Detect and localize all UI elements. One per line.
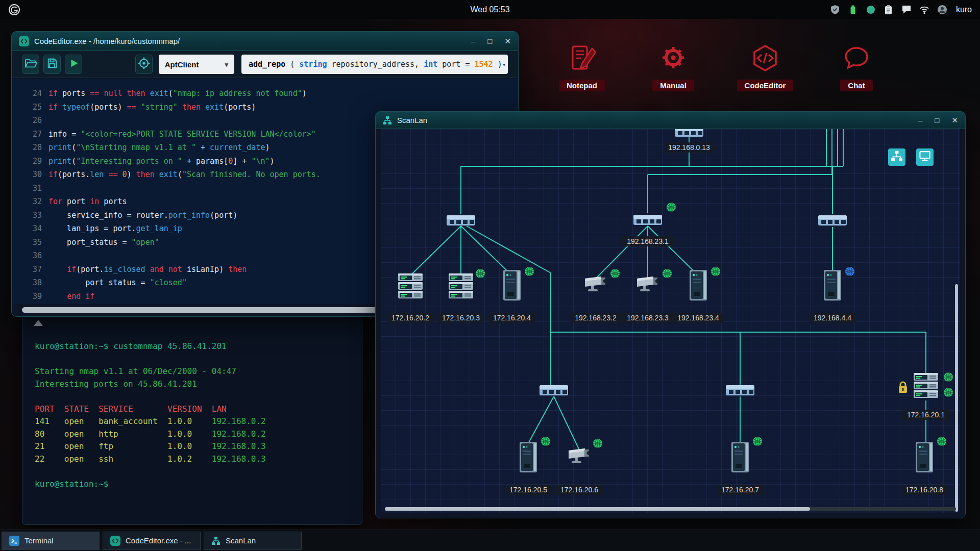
- terminal-line: Interesting ports on 45.86.41.201: [35, 378, 358, 391]
- floppy-disk-icon: [46, 58, 58, 71]
- manual-icon: [655, 69, 692, 78]
- connect-target-button[interactable]: [135, 55, 153, 74]
- chat-bubble-icon: [838, 69, 875, 78]
- code-editor-titlebar[interactable]: CodeEditor.exe - /home/kuro/customnmap/ …: [12, 32, 518, 51]
- code-editor-icon: [110, 536, 120, 546]
- clipboard-icon[interactable]: [884, 5, 894, 15]
- device-ip-label: 192.168.0.13: [664, 142, 715, 153]
- internet-globe-icon: [943, 387, 953, 397]
- run-button[interactable]: [65, 55, 82, 74]
- monitor-icon: [918, 149, 932, 165]
- scrollbar-thumb[interactable]: [22, 307, 377, 313]
- internet-globe-icon: [937, 436, 947, 446]
- vertical-scrollbar-thumb[interactable]: [955, 284, 958, 512]
- network-map[interactable]: 192.168.0.13192.168.23.1172.16.20.2172.1…: [381, 129, 960, 513]
- desktop-icon-notepad[interactable]: Notepad: [544, 44, 620, 91]
- internet-globe-icon: [524, 266, 534, 277]
- maximize-button[interactable]: □: [935, 116, 939, 125]
- switch-device-node[interactable]: [446, 214, 476, 229]
- terminal-line: kuro@station:~$: [35, 478, 358, 491]
- tower-device-node[interactable]: [730, 441, 750, 475]
- close-button[interactable]: ✕: [951, 116, 958, 125]
- desktop-icon-manual[interactable]: Manual: [635, 44, 712, 91]
- system-tray: kuro: [830, 5, 972, 15]
- terminal-line: PORTSTATESERVICEVERSIONLAN: [35, 403, 358, 416]
- desktop-icon-codeeditor[interactable]: CodeEditor: [727, 44, 803, 91]
- desktop-icon-label: Manual: [652, 80, 694, 91]
- terminal-line: [35, 390, 358, 403]
- save-button[interactable]: [43, 55, 61, 74]
- switch-device-node[interactable]: [818, 214, 847, 229]
- device-ip-label: 192.168.23.4: [673, 313, 724, 323]
- battery-icon[interactable]: [848, 5, 858, 15]
- desktop-icon-label: Chat: [840, 80, 872, 91]
- server-device-node[interactable]: [398, 273, 423, 302]
- autocomplete-hint[interactable]: add_repo ( string repository_address, in…: [241, 55, 508, 74]
- internet-globe-icon: [662, 268, 672, 279]
- terminal-output[interactable]: kuro@station:~$ customnmap 45.86.41.201 …: [35, 340, 358, 521]
- close-button[interactable]: ✕: [504, 37, 511, 46]
- user-avatar-icon[interactable]: [937, 5, 947, 15]
- os-logo-icon: [8, 4, 20, 16]
- internet-globe-icon: [845, 266, 855, 277]
- device-ip-label: 172.16.20.2: [387, 313, 434, 323]
- switch-device-node[interactable]: [633, 213, 663, 229]
- minimize-button[interactable]: –: [918, 116, 922, 125]
- maximize-button[interactable]: □: [487, 37, 492, 46]
- device-ip-label: 172.16.20.8: [901, 485, 948, 495]
- minimize-button[interactable]: –: [471, 37, 475, 46]
- library-dropdown[interactable]: AptClient ▾: [159, 55, 234, 74]
- internet-globe-icon: [593, 438, 603, 448]
- scroll-up-arrow[interactable]: [34, 320, 43, 326]
- camera-device-node[interactable]: [567, 447, 592, 467]
- terminal-icon: [9, 536, 19, 546]
- open-file-button[interactable]: [22, 55, 39, 74]
- taskbar-item-scanlan[interactable]: ScanLan: [204, 532, 302, 550]
- terminal-line: 80openhttp1.0.0192.168.0.2: [35, 428, 358, 441]
- chevron-down-icon: ▾: [502, 61, 506, 68]
- scanlan-window-icon: [383, 116, 392, 125]
- topology-view-button[interactable]: [888, 148, 905, 166]
- tower-device-node[interactable]: [502, 269, 522, 303]
- terminal-line: Starting nmap v1.1 at 06/Dec/2000 - 04:4…: [35, 365, 358, 378]
- camera-device-node[interactable]: [583, 276, 608, 295]
- code-editor-window-icon: [19, 36, 29, 46]
- camera-device-node[interactable]: [635, 276, 660, 295]
- internet-globe-icon: [710, 266, 721, 277]
- library-dropdown-value: AptClient: [165, 60, 199, 69]
- tower-device-node[interactable]: [822, 269, 843, 303]
- internet-globe-icon: [666, 202, 676, 212]
- device-ip-label: 172.16.20.5: [505, 485, 552, 495]
- terminal-line: 22openssh1.0.2192.168.0.3: [35, 453, 358, 466]
- server-device-node[interactable]: [449, 273, 473, 302]
- tower-device-node[interactable]: [914, 441, 935, 475]
- chat-icon[interactable]: [901, 5, 912, 15]
- switch-device-node[interactable]: [539, 384, 569, 399]
- switch-device-node[interactable]: [725, 384, 755, 399]
- tower-device-node[interactable]: [688, 269, 708, 303]
- device-ip-label: 172.16.20.4: [488, 313, 535, 323]
- device-ip-label: 172.16.20.7: [717, 485, 764, 495]
- horizontal-scrollbar-thumb[interactable]: [385, 507, 810, 511]
- wifi-icon[interactable]: [919, 5, 929, 15]
- desktop-icon-chat[interactable]: Chat: [818, 44, 895, 91]
- play-icon: [68, 58, 79, 71]
- status-indicator-icon[interactable]: [866, 5, 876, 15]
- terminal-line: [35, 465, 358, 478]
- switch-device-node[interactable]: [674, 129, 704, 140]
- tower-device-node[interactable]: [518, 441, 538, 475]
- shield-icon[interactable]: [830, 5, 840, 15]
- taskbar-item-terminal[interactable]: Terminal: [2, 532, 100, 550]
- taskbar-item-codeeditor[interactable]: CodeEditor.exe - ...: [103, 532, 201, 550]
- server-device-node[interactable]: [914, 373, 938, 402]
- scanlan-window: ScanLan – □ ✕ 192.168.0.13192.168.23.117…: [375, 111, 966, 518]
- scanlan-titlebar[interactable]: ScanLan – □ ✕: [376, 112, 965, 129]
- internet-globe-icon: [610, 268, 620, 279]
- terminal-window[interactable]: kuro@station:~$ customnmap 45.86.41.201 …: [22, 313, 362, 525]
- internet-globe-icon: [541, 436, 551, 446]
- remote-display-button[interactable]: [916, 148, 934, 166]
- device-ip-label: 172.16.20.1: [902, 410, 949, 420]
- device-ip-label: 172.16.20.3: [437, 313, 484, 323]
- terminal-line: 21openftp1.0.0192.168.0.3: [35, 440, 358, 453]
- username-label: kuro: [956, 5, 972, 14]
